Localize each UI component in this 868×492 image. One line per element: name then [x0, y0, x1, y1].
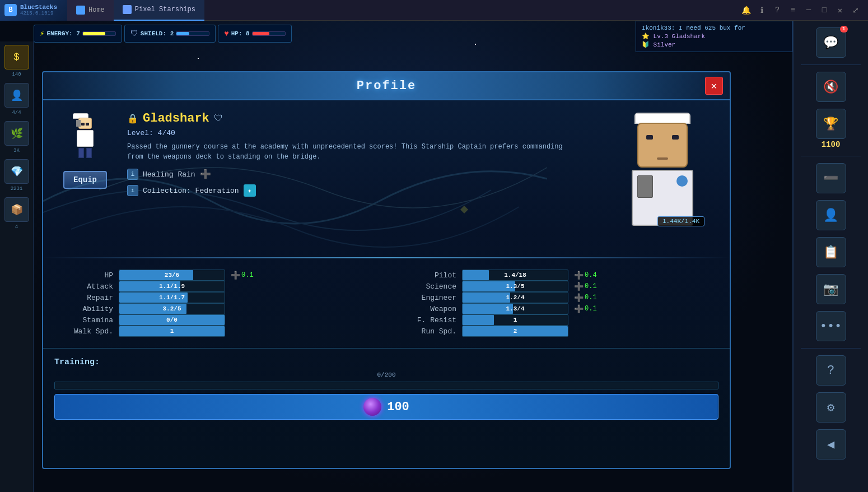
stat-fill-fresist — [463, 315, 494, 325]
stat-label-stamina: Stamina — [66, 316, 113, 324]
menu-icon[interactable]: ≡ — [787, 4, 799, 16]
bell-icon[interactable]: 🔔 — [740, 4, 752, 16]
left-sidebar: $ 140 👤 4/4 🌿 3K 💎 2231 📦 4 — [0, 41, 34, 492]
dots-button[interactable]: ••• — [816, 311, 846, 341]
restore-btn[interactable]: ⤢ — [850, 4, 861, 16]
stat-text-engineer: 1.2/4 — [506, 294, 524, 301]
stat-label-attack: Attack — [66, 282, 113, 291]
stat-fill-hp — [119, 270, 193, 280]
collection-info-icon: i — [127, 185, 138, 196]
mute-button[interactable]: 🔇 — [816, 72, 846, 102]
gear-button[interactable]: ⚙ — [816, 392, 846, 423]
info-icon[interactable]: ℹ — [756, 4, 767, 16]
close-btn[interactable]: ✕ — [834, 4, 846, 16]
stat-row-repair: Repair 1.1/1.7 — [66, 292, 364, 303]
stat-row-walkspd: Walk Spd. 1 — [66, 326, 364, 337]
titlebar: B BlueStacks 4215.0.1019 Home Pixel Star… — [0, 0, 868, 21]
trophy-score: 1100 — [822, 140, 841, 149]
trophy-button[interactable]: 🏆 — [816, 109, 846, 139]
notification-area: Ikonik33: I need 625 bux for ⭐ Lv.3 Glad… — [636, 21, 792, 52]
image-button[interactable]: 📷 — [816, 274, 846, 304]
right-sidebar: 💬 1 🔇 🏆 1100 ➖ 👤 📋 📷 ••• ? ⚙ ◀ — [792, 21, 868, 492]
stat-row-pilot: Pilot 1.4/18 ➕ 0.4 — [409, 270, 707, 281]
minus-button[interactable]: ➖ — [816, 163, 846, 193]
user-button[interactable]: 👤 — [816, 200, 846, 230]
stats-right: Pilot 1.4/18 ➕ 0.4 Science 1.3/5 — [409, 270, 707, 337]
gold-label: 140 — [12, 72, 21, 77]
hp-hud: ♥ HP: 8 — [218, 25, 291, 43]
stats-left: HP 23/6 ➕ 0.1 Attack 1.1/1.9 — [66, 270, 364, 337]
chat-button[interactable]: 💬 1 — [816, 27, 846, 58]
sprite-leg-left — [78, 148, 84, 158]
energy-icon: ⚡ — [40, 29, 44, 38]
stat-bonus-pilot: ➕ 0.4 — [574, 271, 597, 280]
shield-label: SHIELD: 2 — [141, 30, 174, 37]
stat-text-fresist: 1 — [514, 317, 517, 323]
home-tab[interactable]: Home — [67, 0, 114, 21]
bluestacks-info: BlueStacks 4215.0.1019 — [20, 4, 57, 16]
stat-bonus-hp: ➕ 0.1 — [231, 271, 254, 280]
char-name: Gladshark — [143, 112, 209, 126]
training-value: 100 — [387, 400, 409, 414]
stat-row-attack: Attack 1.1/1.9 — [66, 281, 364, 292]
stat-text-hp: 23/6 — [165, 272, 179, 279]
resource3-label: 4 — [15, 224, 18, 230]
character-area: Equip — [54, 109, 116, 248]
titlebar-controls: 🔔 ℹ ? ≡ ─ □ ✕ ⤢ — [740, 4, 868, 16]
char-sprite — [63, 109, 108, 165]
stat-bar-fresist: 1 — [462, 314, 568, 326]
sidebar-help-section: ? — [794, 353, 868, 388]
stat-text-attack: 1.1/1.9 — [159, 283, 185, 290]
ability-info-icon: i — [127, 169, 138, 180]
stat-text-science: 1.3/5 — [506, 283, 524, 290]
sprite-leg-right — [86, 148, 92, 158]
bluestacks-name: BlueStacks — [20, 4, 57, 11]
training-progress-text: 0/200 — [54, 372, 718, 378]
sidebar-gear-section: ⚙ — [794, 390, 868, 425]
modal-close-btn[interactable]: ✕ — [705, 77, 723, 95]
help-button[interactable]: ? — [816, 355, 846, 386]
back-button[interactable]: ◀ — [816, 429, 846, 459]
resource1-btn[interactable]: 🌿 — [4, 121, 29, 146]
gold-btn[interactable]: $ — [4, 45, 29, 69]
stat-label-fresist: F. Resist — [409, 316, 456, 324]
stat-text-runspd: 2 — [514, 328, 517, 335]
modal-header: Profile ✕ — [43, 72, 730, 100]
shield-badge-icon: 🛡 — [214, 113, 223, 124]
stat-bar-hp: 23/6 — [119, 270, 225, 281]
stat-text-stamina: 0/0 — [166, 317, 178, 323]
energy-hud: ⚡ ENERGY: 7 — [34, 25, 122, 43]
copy-button[interactable]: 📋 — [816, 237, 846, 267]
shield-bar — [176, 31, 209, 36]
game-tab-label: Pixel Starships — [135, 6, 195, 13]
resource3-btn[interactable]: 📦 — [4, 197, 29, 222]
stat-label-pilot: Pilot — [409, 271, 456, 280]
game-tab[interactable]: Pixel Starships — [114, 0, 204, 21]
stat-row-hp: HP 23/6 ➕ 0.1 — [66, 270, 364, 281]
avatar-btn[interactable]: 👤 — [4, 83, 29, 108]
stat-row-engineer: Engineer 1.2/4 ➕ 0.1 — [409, 292, 707, 303]
sidebar-user-section: 👤 — [794, 198, 868, 233]
resource2-btn[interactable]: 💎 — [4, 159, 29, 184]
stat-bar-attack: 1.1/1.9 — [119, 281, 225, 292]
equip-button[interactable]: Equip — [63, 171, 107, 189]
notif-sub: 🔰 Silver — [642, 41, 786, 48]
sidebar-chat-section: 💬 1 — [794, 25, 868, 60]
sidebar-dots-section: ••• — [794, 309, 868, 344]
help-icon[interactable]: ? — [772, 4, 783, 16]
training-action-button[interactable]: 100 — [54, 394, 718, 420]
stat-label-repair: Repair — [66, 294, 113, 302]
training-progress-bar — [54, 382, 718, 389]
collection-name: Collection: Federation — [143, 187, 239, 195]
maximize-btn[interactable]: □ — [819, 4, 830, 16]
minimize-btn[interactable]: ─ — [803, 4, 814, 16]
training-orb-icon — [363, 398, 381, 416]
bluestacks-version: 4215.0.1019 — [20, 11, 57, 16]
char-hp-display: 1.44K/1.4K — [657, 216, 704, 226]
stat-row-science: Science 1.3/5 ➕ 0.1 — [409, 281, 707, 292]
stat-fill-engineer — [463, 293, 510, 303]
stat-bar-stamina: 0/0 — [119, 314, 225, 326]
stat-row-weapon: Weapon 1.3/4 ➕ 0.1 — [409, 303, 707, 314]
home-tab-label: Home — [88, 6, 105, 14]
stat-text-walkspd: 1 — [170, 328, 174, 335]
